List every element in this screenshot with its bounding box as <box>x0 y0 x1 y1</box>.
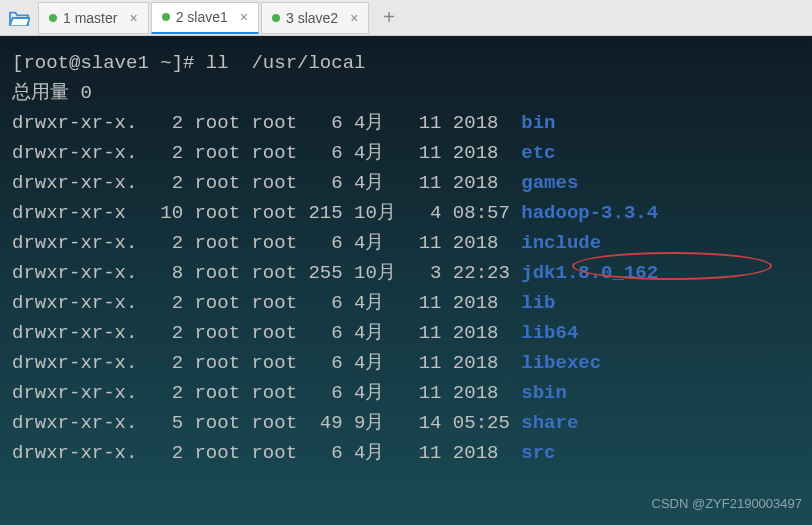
directory-name: sbin <box>521 378 567 408</box>
listing-row: drwxr-xr-x. 2 root root 6 4月 11 2018 lib… <box>12 318 800 348</box>
directory-name: hadoop-3.3.4 <box>521 198 658 228</box>
summary-line: 总用量 0 <box>12 78 800 108</box>
file-meta: drwxr-xr-x. 2 root root 6 4月 11 2018 <box>12 348 521 378</box>
listing-row: drwxr-xr-x. 2 root root 6 4月 11 2018 sbi… <box>12 378 800 408</box>
file-meta: drwxr-xr-x. 2 root root 6 4月 11 2018 <box>12 228 521 258</box>
listing-row: drwxr-xr-x. 5 root root 49 9月 14 05:25 s… <box>12 408 800 438</box>
file-meta: drwxr-xr-x. 5 root root 49 9月 14 05:25 <box>12 408 521 438</box>
terminal[interactable]: [root@slave1 ~]# ll /usr/local 总用量 0 drw… <box>0 36 812 525</box>
listing-row: drwxr-xr-x. 2 root root 6 4月 11 2018 etc <box>12 138 800 168</box>
directory-name: bin <box>521 108 555 138</box>
close-icon[interactable]: × <box>240 9 248 25</box>
listing-row: drwxr-xr-x. 8 root root 255 10月 3 22:23 … <box>12 258 800 288</box>
listing-row: drwxr-xr-x. 2 root root 6 4月 11 2018 gam… <box>12 168 800 198</box>
tab-0[interactable]: 1 master× <box>38 2 149 34</box>
file-meta: drwxr-xr-x. 2 root root 6 4月 11 2018 <box>12 378 521 408</box>
tab-2[interactable]: 3 slave2× <box>261 2 369 34</box>
directory-name: lib64 <box>521 318 578 348</box>
prompt-line: [root@slave1 ~]# ll /usr/local <box>12 48 800 78</box>
close-icon[interactable]: × <box>350 10 358 26</box>
file-meta: drwxr-xr-x. 2 root root 6 4月 11 2018 <box>12 138 521 168</box>
tab-1[interactable]: 2 slave1× <box>151 2 259 34</box>
file-meta: drwxr-xr-x. 2 root root 6 4月 11 2018 <box>12 168 521 198</box>
listing-row: drwxr-xr-x. 2 root root 6 4月 11 2018 lib <box>12 288 800 318</box>
directory-name: include <box>521 228 601 258</box>
tab-label: 1 master <box>63 10 117 26</box>
prompt: [root@slave1 ~]# <box>12 48 206 78</box>
file-meta: drwxr-xr-x. 2 root root 6 4月 11 2018 <box>12 288 521 318</box>
file-meta: drwxr-xr-x 10 root root 215 10月 4 08:57 <box>12 198 521 228</box>
close-icon[interactable]: × <box>129 10 137 26</box>
listing-row: drwxr-xr-x. 2 root root 6 4月 11 2018 lib… <box>12 348 800 378</box>
directory-name: jdk1.8.0_162 <box>521 258 658 288</box>
listing-row: drwxr-xr-x 10 root root 215 10月 4 08:57 … <box>12 198 800 228</box>
directory-name: share <box>521 408 578 438</box>
listing-row: drwxr-xr-x. 2 root root 6 4月 11 2018 src <box>12 438 800 468</box>
add-tab-button[interactable]: + <box>371 0 407 35</box>
directory-name: src <box>521 438 555 468</box>
file-meta: drwxr-xr-x. 8 root root 255 10月 3 22:23 <box>12 258 521 288</box>
tab-label: 3 slave2 <box>286 10 338 26</box>
file-meta: drwxr-xr-x. 2 root root 6 4月 11 2018 <box>12 438 521 468</box>
listing-row: drwxr-xr-x. 2 root root 6 4月 11 2018 inc… <box>12 228 800 258</box>
tab-bar: 1 master×2 slave1×3 slave2× + <box>0 0 812 36</box>
file-meta: drwxr-xr-x. 2 root root 6 4月 11 2018 <box>12 318 521 348</box>
file-meta: drwxr-xr-x. 2 root root 6 4月 11 2018 <box>12 108 521 138</box>
directory-name: libexec <box>521 348 601 378</box>
command: ll /usr/local <box>206 48 366 78</box>
listing-row: drwxr-xr-x. 2 root root 6 4月 11 2018 bin <box>12 108 800 138</box>
status-dot-icon <box>272 14 280 22</box>
watermark: CSDN @ZYF2190003497 <box>652 489 803 519</box>
folder-icon[interactable] <box>4 3 34 33</box>
tab-label: 2 slave1 <box>176 9 228 25</box>
directory-name: etc <box>521 138 555 168</box>
status-dot-icon <box>162 13 170 21</box>
directory-name: lib <box>521 288 555 318</box>
status-dot-icon <box>49 14 57 22</box>
directory-name: games <box>521 168 578 198</box>
